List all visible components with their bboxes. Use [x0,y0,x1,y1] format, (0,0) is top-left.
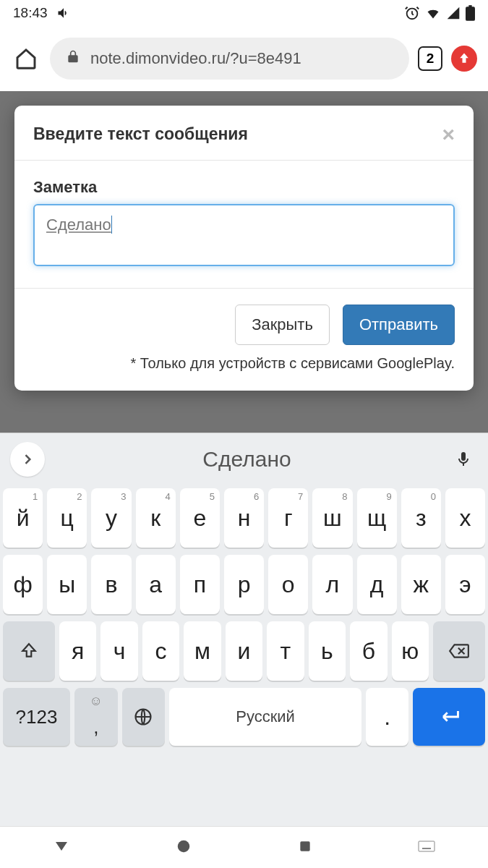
nav-recent[interactable] [298,839,312,856]
lock-icon [66,48,80,69]
key-н[interactable]: н6 [224,488,264,548]
key-р[interactable]: р [224,555,264,614]
battery-icon [466,5,475,21]
enter-key[interactable] [413,688,485,746]
key-х[interactable]: х [445,488,485,548]
key-д[interactable]: д [357,555,397,614]
svg-point-4 [178,840,190,852]
key-и[interactable]: и [226,621,262,681]
key-щ[interactable]: щ9 [357,488,397,548]
key-ю[interactable]: ю [392,621,429,681]
key-з[interactable]: з0 [401,488,441,548]
home-button[interactable] [11,43,41,74]
key-э[interactable]: э [445,555,485,614]
key-ф[interactable]: ф [3,555,43,614]
nav-home[interactable] [176,838,192,857]
key-а[interactable]: а [136,555,176,614]
update-button[interactable] [451,46,477,72]
space-key[interactable]: Русский [169,688,361,746]
key-о[interactable]: о [268,555,308,614]
key-г[interactable]: г7 [268,488,308,548]
key-п[interactable]: п [180,555,220,614]
svg-rect-2 [468,5,471,7]
close-button[interactable]: Закрыть [235,305,330,345]
language-key[interactable] [122,688,166,746]
browser-toolbar: note.dimonvideo.ru/?u=8e491 2 [0,26,488,91]
key-е[interactable]: е5 [180,488,220,548]
modal-title: Введите текст сообщения [33,124,248,144]
key-ь[interactable]: ь [309,621,346,681]
soft-keyboard: Сделано й1ц2у3к4е5н6г7ш8щ9з0х фывапролдж… [0,433,488,826]
close-icon[interactable]: × [442,128,455,141]
tab-switcher[interactable]: 2 [418,46,442,71]
volume-icon [56,6,71,20]
key-у[interactable]: у3 [91,488,131,548]
key-я[interactable]: я [59,621,96,681]
key-ч[interactable]: ч [100,621,137,681]
modal-footnote: * Только для устройств с сервисами Googl… [33,355,455,372]
symbols-key[interactable]: ?123 [3,688,70,746]
nav-keyboard-switch[interactable] [418,840,435,856]
key-м[interactable]: м [184,621,221,681]
key-ы[interactable]: ы [47,555,87,614]
expand-suggestions[interactable] [10,442,45,477]
submit-button[interactable]: Отправить [343,305,455,345]
url-text: note.dimonvideo.ru/?u=8e491 [90,49,301,68]
emoji-icon: ☺ [90,694,103,709]
note-textarea[interactable]: Сделано [33,204,455,266]
svg-rect-6 [419,841,435,851]
key-ц[interactable]: ц2 [47,488,87,548]
note-field-label: Заметка [33,178,455,197]
key-т[interactable]: т [267,621,304,681]
key-к[interactable]: к4 [136,488,176,548]
page-overlay: Еще заметка Действия ▾ Введите текст соо… [0,91,488,475]
compose-modal: Введите текст сообщения × Заметка Сделан… [14,106,474,391]
key-в[interactable]: в [91,555,131,614]
key-ж[interactable]: ж [401,555,441,614]
key-ш[interactable]: ш8 [312,488,352,548]
key-б[interactable]: б [350,621,387,681]
mic-icon[interactable] [449,449,478,469]
key-л[interactable]: л [312,555,352,614]
svg-rect-5 [300,841,309,851]
status-time: 18:43 [13,5,48,21]
keyboard-suggestion[interactable]: Сделано [51,447,443,472]
key-с[interactable]: с [142,621,179,681]
signal-icon [446,6,461,20]
status-bar: 18:43 [0,0,488,26]
shift-key[interactable] [3,621,55,681]
alarm-icon [404,5,420,21]
comma-key[interactable]: ☺ , [74,688,118,746]
period-key[interactable]: . [366,688,409,746]
android-navbar [0,826,488,868]
backspace-key[interactable] [433,621,485,681]
wifi-icon [425,6,441,20]
url-bar[interactable]: note.dimonvideo.ru/?u=8e491 [50,38,409,80]
svg-rect-1 [466,7,475,21]
nav-back[interactable] [53,838,70,858]
key-й[interactable]: й1 [3,488,43,548]
